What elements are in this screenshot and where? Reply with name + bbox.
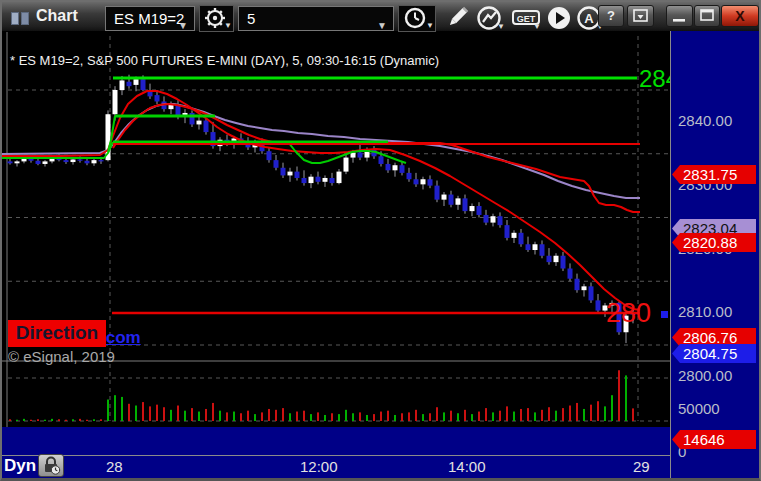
line-tools-button[interactable]: ▼ xyxy=(474,5,506,32)
chart-window: Chart ES M19=2 ▼ ▼ 5 ▼ xyxy=(0,0,761,481)
time-lock-button[interactable] xyxy=(38,454,64,477)
chevron-down-icon: ▼ xyxy=(497,23,505,31)
chevron-down-icon: ▼ xyxy=(377,14,387,37)
get-button[interactable]: GET ▼ xyxy=(510,5,542,32)
price-tag-red: 2831.75 xyxy=(672,165,756,184)
price-axis-label: 2810.00 xyxy=(678,303,732,321)
direction-label: Direction xyxy=(8,320,106,347)
settings-button[interactable]: ▼ xyxy=(199,5,234,32)
price-axis-label: 50000 xyxy=(678,400,720,418)
price-axis-label: 2840.00 xyxy=(678,112,732,130)
time-template-button[interactable]: ▼ xyxy=(398,5,436,32)
chart-plot-area[interactable] xyxy=(2,31,670,427)
svg-text:A: A xyxy=(584,11,594,26)
price-tag-red: 2820.88 xyxy=(672,233,756,252)
chevron-down-icon: ▼ xyxy=(178,14,188,37)
help-button[interactable]: ? xyxy=(598,5,624,27)
copyright-label: © eSignal, 2019 xyxy=(8,348,115,365)
close-button[interactable]: X xyxy=(721,5,759,27)
minimize-button[interactable] xyxy=(666,5,693,27)
window-title: Chart xyxy=(36,7,78,25)
interval-dropdown[interactable]: 5 ▼ xyxy=(238,6,394,31)
popout-button[interactable] xyxy=(627,5,654,27)
interval-value: 5 xyxy=(247,10,255,27)
title-bar[interactable]: Chart ES M19=2 ▼ ▼ 5 ▼ xyxy=(2,2,759,31)
play-button[interactable] xyxy=(545,5,573,32)
chevron-down-icon: ▼ xyxy=(224,22,232,30)
time-axis-border xyxy=(2,455,670,456)
time-axis-label: 28 xyxy=(106,458,123,475)
lock-clock-icon xyxy=(39,455,63,476)
close-icon: X xyxy=(735,8,744,24)
price-axis[interactable]: 2840.002830.002820.002810.002800.0050000… xyxy=(670,31,759,478)
price-axis-label: 2800.00 xyxy=(678,367,732,385)
dyn-label: Dyn xyxy=(4,456,36,476)
maximize-button[interactable] xyxy=(694,5,720,27)
time-axis-label: 12:00 xyxy=(300,458,338,475)
time-axis-label: 14:00 xyxy=(448,458,486,475)
draw-button[interactable] xyxy=(442,5,472,32)
popout-icon xyxy=(628,6,653,26)
symbol-dropdown[interactable]: ES M19=2 ▼ xyxy=(105,6,195,31)
pencil-icon xyxy=(443,5,471,31)
price-tag-blue: 2804.75 xyxy=(672,344,756,363)
time-axis[interactable]: Dyn 2812:0014:0029 xyxy=(2,427,670,478)
play-icon xyxy=(546,5,572,31)
chart-window-icon xyxy=(11,12,31,25)
help-icon: ? xyxy=(607,8,615,23)
chevron-down-icon: ▼ xyxy=(533,23,541,31)
chevron-down-icon: ▼ xyxy=(426,22,434,30)
maximize-icon xyxy=(695,6,719,26)
minimize-icon xyxy=(667,6,692,26)
watermark-link[interactable]: .com xyxy=(101,328,141,348)
chart-header-line: * ES M19=2, S&P 500 FUTURES E-MINI (DAY)… xyxy=(10,53,439,68)
time-axis-label: 29 xyxy=(633,458,650,475)
symbol-value: ES M19=2 xyxy=(114,10,184,27)
price-tag-red: 14646 xyxy=(672,430,756,449)
